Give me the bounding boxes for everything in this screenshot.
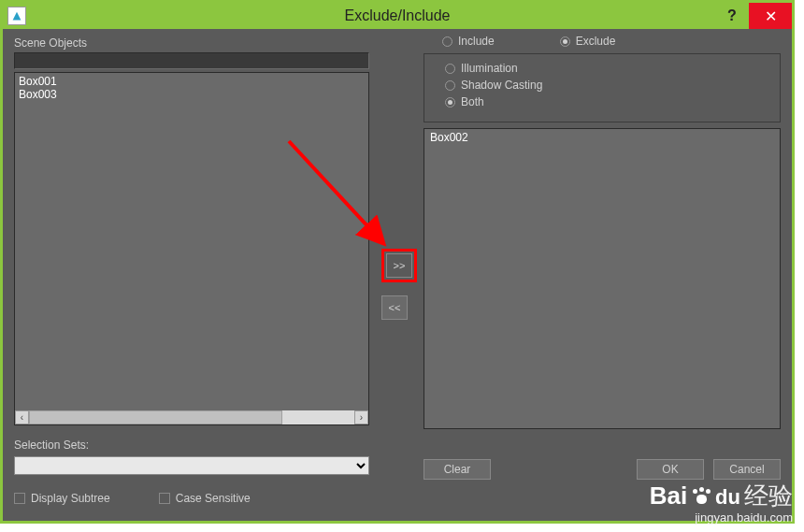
right-panel: Include Exclude Illumination Shadow Cast…: [424, 35, 781, 480]
app-icon: [7, 7, 26, 25]
left-panel: Scene Objects Box001 Box003 ‹ › Selectio…: [14, 36, 369, 505]
selection-sets-dropdown[interactable]: [14, 456, 369, 475]
dialog-body: Scene Objects Box001 Box003 ‹ › Selectio…: [3, 29, 792, 521]
list-item[interactable]: Box002: [430, 131, 774, 144]
affect-group: Illumination Shadow Casting Both: [424, 53, 781, 122]
transfer-buttons: >> <<: [381, 249, 415, 333]
shadow-casting-radio-label: Shadow Casting: [461, 79, 542, 92]
scroll-right-icon[interactable]: ›: [354, 410, 368, 424]
checkbox-row: Display Subtree Case Sensitive: [14, 492, 369, 505]
illumination-radio-label: Illumination: [461, 62, 518, 75]
target-list[interactable]: Box002: [424, 128, 781, 429]
close-button[interactable]: ✕: [749, 3, 792, 29]
radio-icon: [445, 97, 455, 108]
both-radio[interactable]: Both: [445, 95, 768, 108]
scene-objects-label: Scene Objects: [14, 36, 369, 50]
case-sensitive-text: Case Sensitive: [176, 492, 251, 505]
titlebar: Exclude/Include ? ✕: [3, 3, 792, 29]
cancel-button[interactable]: Cancel: [713, 459, 781, 480]
dialog-title: Exclude/Include: [345, 7, 451, 24]
radio-icon: [445, 64, 455, 74]
scene-list-items: Box001 Box003: [15, 73, 368, 103]
scroll-thumb[interactable]: [29, 410, 282, 424]
annotation-highlight: >>: [381, 249, 417, 282]
window-controls: ? ✕: [715, 3, 792, 29]
include-radio[interactable]: Include: [442, 35, 495, 48]
display-subtree-text: Display Subtree: [31, 492, 110, 505]
shadow-casting-radio[interactable]: Shadow Casting: [445, 79, 768, 92]
display-subtree-checkbox[interactable]: Display Subtree: [14, 492, 110, 505]
radio-icon: [442, 36, 452, 47]
radio-icon: [445, 80, 455, 91]
ok-button[interactable]: OK: [637, 459, 704, 480]
list-item[interactable]: Box003: [19, 88, 365, 101]
scene-list-hscrollbar[interactable]: ‹ ›: [15, 410, 368, 424]
display-subtree-input[interactable]: [14, 493, 25, 504]
exclude-radio[interactable]: Exclude: [560, 35, 616, 48]
scene-filter-input[interactable]: [14, 52, 369, 69]
scroll-track[interactable]: [29, 410, 354, 424]
exclude-radio-label: Exclude: [576, 35, 616, 48]
selection-sets-label: Selection Sets:: [14, 439, 369, 452]
dialog-window: Exclude/Include ? ✕ Scene Objects Box001…: [0, 0, 795, 524]
case-sensitive-input[interactable]: [159, 493, 170, 504]
case-sensitive-checkbox[interactable]: Case Sensitive: [159, 492, 251, 505]
both-radio-label: Both: [461, 95, 484, 108]
bottom-buttons: Clear OK Cancel: [424, 459, 781, 480]
add-to-list-button[interactable]: >>: [386, 253, 412, 278]
help-button[interactable]: ?: [715, 3, 749, 29]
clear-button[interactable]: Clear: [424, 459, 491, 480]
scroll-left-icon[interactable]: ‹: [15, 410, 29, 424]
illumination-radio[interactable]: Illumination: [445, 62, 768, 75]
remove-from-list-button[interactable]: <<: [381, 295, 408, 320]
include-radio-label: Include: [458, 35, 495, 48]
scene-objects-list[interactable]: Box001 Box003 ‹ ›: [14, 72, 369, 425]
include-exclude-row: Include Exclude: [424, 35, 781, 48]
radio-icon: [560, 36, 570, 47]
list-item[interactable]: Box001: [19, 75, 365, 88]
